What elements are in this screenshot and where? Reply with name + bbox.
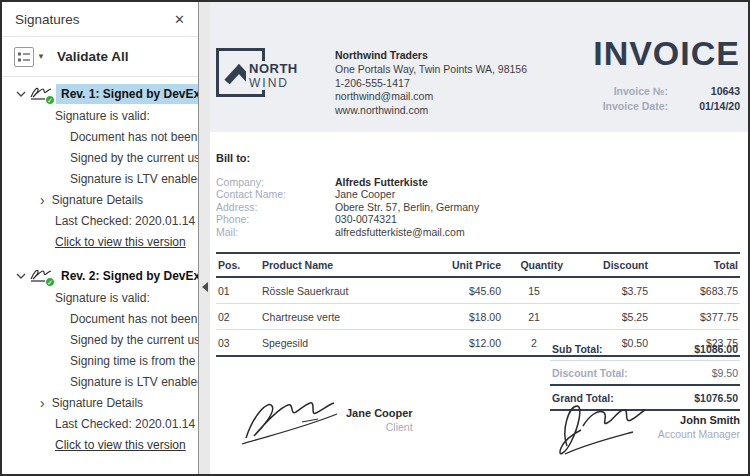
table-row: 01 Rössle Sauerkraut $45.60 15 $3.75 $68…	[216, 277, 740, 304]
rev2-status-valid: Signature is valid:	[2, 287, 198, 308]
logo-line1: NORTH	[249, 62, 298, 75]
rev1-signature-details-label: Signature Details	[52, 193, 143, 207]
revision-2-label: Rev. 2: Signed by DevExpress	[56, 266, 198, 286]
invoice-meta: Invoice №: 10643 Invoice Date: 01/14/20	[603, 84, 740, 114]
invoice-number-value: 10643	[668, 84, 740, 99]
invoice-date-value: 01/14/20	[668, 99, 740, 114]
validate-all-button[interactable]: Validate All	[57, 49, 129, 64]
company-email: northwind@mail.com	[335, 90, 527, 104]
client-role: Client	[346, 421, 413, 433]
valid-check-icon: ✓	[45, 277, 55, 287]
signatures-panel-header: Signatures ✕	[2, 2, 198, 37]
document-page: NORTH WIND Northwind Traders One Portals…	[210, 2, 748, 474]
chevron-down-icon[interactable]	[14, 91, 28, 97]
logo-text: NORTH WIND	[246, 61, 301, 90]
rev2-status-ltv: Signature is LTV enabled	[2, 371, 198, 392]
rev2-status-current-user: Signed by the current user	[2, 329, 198, 350]
rev1-status-ltv: Signature is LTV enabled	[2, 168, 198, 189]
rev2-signature-details[interactable]: › Signature Details	[2, 392, 198, 413]
bill-to-row: Phone: 030-0074321	[216, 213, 740, 225]
manager-signature-image	[553, 392, 648, 462]
client-signature-image	[240, 394, 340, 446]
rev2-last-checked: Last Checked: 2020.01.14 14:5	[2, 413, 198, 434]
sub-total-row: Sub Total: $1086.00	[550, 337, 740, 361]
invoice-date-row: Invoice Date: 01/14/20	[603, 99, 740, 114]
company-name: Northwind Traders	[335, 49, 527, 63]
valid-check-icon: ✓	[45, 95, 55, 105]
bill-to-heading: Bill to:	[216, 152, 740, 164]
close-icon[interactable]: ✕	[174, 13, 185, 26]
chevron-down-icon[interactable]	[14, 273, 28, 279]
invoice-number-label: Invoice №:	[614, 84, 668, 99]
rev2-view-version-link[interactable]: Click to view this version	[2, 434, 198, 455]
signatures-panel-title: Signatures	[15, 12, 80, 27]
manager-signature-block: John Smith Account Manager	[553, 392, 740, 462]
company-address: One Portals Way, Twin Points WA, 98156	[335, 63, 527, 77]
bill-to-section: Bill to: Company: Alfreds Futterkiste Co…	[216, 152, 740, 238]
validate-list-icon	[14, 47, 34, 67]
table-header-row: Pos. Product Name Unit Price Quantity Di…	[216, 253, 740, 277]
validate-options-button[interactable]: ▼	[14, 47, 45, 67]
rev1-signature-details[interactable]: › Signature Details	[2, 189, 198, 210]
bill-to-row: Address: Obere Str. 57, Berlin, Germany	[216, 201, 740, 213]
revision-1-header[interactable]: ✓ Rev. 1: Signed by DevExpress	[2, 83, 198, 105]
manager-role: Account Manager	[658, 428, 740, 440]
rev1-view-version-link[interactable]: Click to view this version	[2, 231, 198, 252]
signature-pen-icon: ✓	[30, 268, 54, 285]
rev2-signature-details-label: Signature Details	[52, 396, 143, 410]
rev1-status-current-user: Signed by the current user	[2, 147, 198, 168]
revision-1-label: Rev. 1: Signed by DevExpress	[56, 84, 198, 104]
bill-to-row: Company: Alfreds Futterkiste	[216, 176, 740, 188]
revision-2-header[interactable]: ✓ Rev. 2: Signed by DevExpress	[2, 265, 198, 287]
client-name: Jane Cooper	[346, 407, 413, 419]
invoice-title: INVOICE	[593, 36, 740, 70]
chevron-right-icon: ›	[40, 193, 45, 207]
discount-total-row: Discount Total: $9.50	[550, 361, 740, 386]
dropdown-caret-icon: ▼	[37, 52, 45, 61]
signatures-tree: ✓ Rev. 1: Signed by DevExpress Signature…	[2, 77, 198, 455]
signature-pen-icon: ✓	[30, 86, 54, 103]
client-signature-block: Jane Cooper Client	[240, 394, 413, 446]
manager-name: John Smith	[658, 414, 740, 426]
rev2-status-signing-time: Signing time is from the cl	[2, 350, 198, 371]
rev1-status-not-modified: Document has not been m	[2, 126, 198, 147]
bill-to-row: Contact Name: Jane Cooper	[216, 188, 740, 200]
company-info: Northwind Traders One Portals Way, Twin …	[335, 49, 527, 118]
table-row: 02 Chartreuse verte $18.00 21 $5.25 $377…	[216, 304, 740, 330]
company-phone: 1-206-555-1417	[335, 77, 527, 91]
logo-line2: WIND	[249, 77, 298, 89]
signatures-panel: Signatures ✕ ▼ Validate All	[2, 2, 199, 474]
chevron-right-icon: ›	[40, 396, 45, 410]
bill-to-row: Mail: alfredsfutterkiste@mail.com	[216, 226, 740, 238]
panel-collapse-arrow-icon[interactable]	[202, 282, 208, 292]
signatures-toolbar: ▼ Validate All	[2, 37, 198, 77]
company-website: www.northwind.com	[335, 104, 527, 118]
pdf-viewer-window: Signatures ✕ ▼ Validate All	[0, 0, 750, 476]
rev2-status-not-modified: Document has not been m	[2, 308, 198, 329]
invoice-number-row: Invoice №: 10643	[603, 84, 740, 99]
rev1-status-valid: Signature is valid:	[2, 105, 198, 126]
invoice-date-label: Invoice Date:	[603, 99, 668, 114]
rev1-last-checked: Last Checked: 2020.01.14 15:0	[2, 210, 198, 231]
